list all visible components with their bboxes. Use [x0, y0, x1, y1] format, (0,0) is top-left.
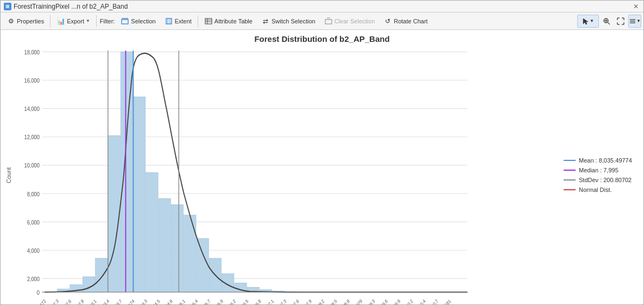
close-button[interactable]: ✕: [632, 2, 640, 11]
svg-text:0: 0: [37, 289, 40, 296]
svg-rect-45: [133, 97, 145, 292]
svg-rect-48: [171, 204, 183, 292]
svg-text:8,274.3: 8,274.3: [135, 298, 148, 304]
svg-text:10,000: 10,000: [24, 163, 40, 169]
attribute-table-button[interactable]: Attribute Table: [200, 14, 256, 28]
svg-text:7,772.8: 7,772.8: [72, 298, 85, 304]
chart-area: Forest Distribution of b2_AP_Band Count: [1, 30, 643, 304]
legend-mean: Mean : 8,035.49774: [564, 157, 639, 164]
svg-text:9,577.9: 9,577.9: [300, 298, 313, 304]
chart-content: Count 18,000 16,000 1: [1, 46, 643, 304]
median-legend-label: Median : 7,995: [579, 167, 618, 173]
selection-button[interactable]: Selection: [117, 14, 159, 28]
zoom-in-button[interactable]: [600, 15, 613, 28]
svg-text:9,778.5: 9,778.5: [325, 298, 338, 304]
rotate-chart-button[interactable]: ↺ Rotate Chart: [380, 14, 431, 28]
rotate-chart-icon: ↺: [383, 17, 392, 26]
svg-text:6,000: 6,000: [27, 219, 40, 226]
svg-text:10,279.9: 10,279.9: [387, 298, 401, 304]
properties-button[interactable]: ⚙ Properties: [3, 14, 48, 28]
separator-3: [198, 15, 198, 27]
svg-text:9,979: 9,979: [352, 298, 363, 304]
svg-text:8,775.7: 8,775.7: [198, 298, 211, 304]
svg-text:9,176.8: 9,176.8: [249, 298, 262, 304]
filter-label: Filter:: [99, 18, 116, 24]
svg-text:10,380.2: 10,380.2: [399, 298, 414, 304]
svg-text:9,878.8: 9,878.8: [338, 298, 351, 304]
svg-text:8,073.7: 8,073.7: [110, 298, 123, 304]
toolbar: ⚙ Properties 📊 Export ▼ Filter: Selectio…: [1, 13, 643, 30]
svg-text:8,976.2: 8,976.2: [224, 298, 237, 304]
svg-text:7,572.3: 7,572.3: [47, 298, 60, 304]
separator-1: [50, 15, 50, 27]
svg-text:9,076.5: 9,076.5: [236, 298, 249, 304]
extent-button[interactable]: Extent: [161, 14, 195, 28]
attribute-table-icon: [204, 17, 213, 26]
legend-stddev: StdDev : 200.80702: [564, 177, 639, 183]
normal-dist-legend-line: [564, 189, 576, 190]
svg-text:7,973.4: 7,973.4: [97, 298, 110, 304]
legend-median: Median : 7,995: [564, 167, 639, 173]
svg-text:14,000: 14,000: [24, 105, 40, 112]
switch-selection-button[interactable]: ⇄ Switch Selection: [257, 14, 319, 28]
svg-rect-5: [205, 18, 212, 24]
svg-text:9,377.3: 9,377.3: [274, 298, 287, 304]
svg-text:7,672.6: 7,672.6: [59, 298, 72, 304]
svg-text:2,000: 2,000: [27, 276, 40, 282]
svg-text:8,374.5: 8,374.5: [148, 298, 161, 304]
svg-rect-42: [95, 258, 107, 292]
histogram-svg: 18,000 16,000 14,000 12,000 10,000 8,000…: [17, 46, 472, 304]
window-icon: ▦: [4, 3, 11, 10]
window-title: ForestTrainingPixel ...n of b2_AP_Band: [14, 3, 632, 10]
mean-legend-line: [564, 160, 576, 161]
svg-text:8,675.4: 8,675.4: [186, 298, 199, 304]
clear-selection-button[interactable]: Clear Selection: [320, 14, 379, 28]
legend-normal-dist: Normal Dist.: [564, 186, 639, 193]
export-button[interactable]: 📊 Export ▼: [53, 14, 94, 28]
properties-icon: ⚙: [7, 17, 15, 26]
svg-text:10,179.6: 10,179.6: [374, 298, 389, 304]
stddev-legend-label: StdDev : 200.80702: [579, 177, 632, 183]
fullscreen-button[interactable]: [614, 15, 627, 28]
svg-text:10,480.4: 10,480.4: [412, 298, 427, 304]
chart-legend: Mean : 8,035.49774 Median : 7,995 StdDev…: [559, 46, 643, 304]
svg-text:7,472: 7,472: [36, 298, 47, 304]
selection-icon: [121, 17, 129, 26]
svg-text:7,873.1: 7,873.1: [85, 298, 98, 304]
toolbar-right: ▼ ▼: [577, 15, 641, 28]
extent-icon: [165, 17, 173, 26]
svg-rect-46: [146, 172, 158, 292]
svg-rect-49: [184, 215, 196, 292]
clear-selection-icon: [324, 17, 333, 26]
separator-2: [96, 15, 97, 27]
normal-dist-legend-label: Normal Dist.: [579, 186, 612, 193]
switch-selection-icon: ⇄: [261, 17, 270, 26]
svg-text:8,000: 8,000: [27, 191, 40, 197]
svg-text:8,875.9: 8,875.9: [211, 298, 224, 304]
svg-rect-50: [197, 239, 209, 292]
svg-text:16,000: 16,000: [24, 77, 40, 84]
svg-rect-0: [122, 20, 128, 24]
svg-rect-47: [159, 198, 171, 292]
svg-text:9,277.1: 9,277.1: [262, 298, 275, 304]
title-bar: ▦ ForestTrainingPixel ...n of b2_AP_Band…: [1, 1, 643, 13]
stddev-legend-line: [564, 179, 576, 180]
svg-text:8,174: 8,174: [125, 298, 136, 304]
svg-text:18,000: 18,000: [24, 49, 40, 55]
svg-text:10,079.3: 10,079.3: [361, 298, 376, 304]
svg-text:12,000: 12,000: [24, 134, 40, 140]
chart-inner: 18,000 16,000 14,000 12,000 10,000 8,000…: [17, 46, 472, 304]
menu-button[interactable]: ▼: [628, 15, 641, 28]
cursor-tool-button[interactable]: ▼: [577, 15, 599, 28]
svg-rect-2: [166, 18, 172, 24]
svg-line-12: [608, 22, 610, 24]
svg-text:10,681: 10,681: [440, 298, 452, 304]
svg-text:4,000: 4,000: [27, 247, 40, 254]
mean-legend-label: Mean : 8,035.49774: [579, 157, 632, 164]
svg-text:8,474.8: 8,474.8: [160, 298, 173, 304]
svg-text:10,580.7: 10,580.7: [425, 298, 439, 304]
median-legend-line: [564, 170, 576, 171]
export-icon: 📊: [56, 17, 65, 26]
svg-rect-9: [325, 20, 332, 24]
svg-text:8,575.1: 8,575.1: [173, 298, 186, 304]
